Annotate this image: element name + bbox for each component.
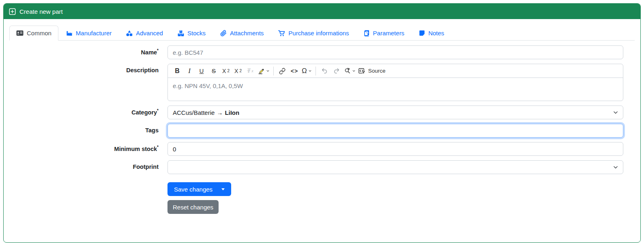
shapes-icon <box>126 30 133 37</box>
name-label: Name* <box>13 45 159 59</box>
shopping-cart-icon <box>278 30 285 37</box>
tab-common[interactable]: Common <box>9 26 58 41</box>
book-atlas-icon <box>364 30 370 37</box>
description-editor-area[interactable]: e.g. NPN 45V, 0,1A, 0,5W <box>168 78 623 101</box>
undo-button[interactable] <box>318 65 331 77</box>
paperclip-icon <box>220 30 227 37</box>
minimum-stock-label: Minimum stock* <box>13 142 159 156</box>
category-arrow: → <box>217 109 223 116</box>
boxes-stacked-icon <box>178 30 184 37</box>
sticky-note-icon <box>419 30 425 36</box>
reset-button[interactable]: Reset changes <box>167 200 219 214</box>
tab-notes[interactable]: Notes <box>412 26 451 41</box>
redo-button[interactable] <box>331 65 343 77</box>
tab-label: Common <box>27 30 52 37</box>
name-row: Name* <box>13 45 623 59</box>
strikethrough-button[interactable]: S <box>208 65 220 77</box>
description-label: Description <box>13 64 159 101</box>
required-mark: * <box>157 108 159 113</box>
factory-icon <box>66 30 73 36</box>
required-mark: * <box>157 48 159 53</box>
footprint-row: Footprint <box>13 160 623 174</box>
inline-code-button[interactable]: <> <box>288 65 301 77</box>
bold-button[interactable]: B <box>171 65 183 77</box>
footprint-label: Footprint <box>13 160 159 174</box>
link-button[interactable] <box>276 65 288 77</box>
remove-format-button[interactable]: Tx <box>244 65 256 77</box>
tab-label: Purchase informations <box>288 30 349 37</box>
reset-row: Reset changes <box>13 200 623 214</box>
save-button[interactable]: Save changes <box>167 182 231 196</box>
highlight-dropdown-button[interactable] <box>256 65 271 77</box>
name-input[interactable] <box>167 45 623 59</box>
tab-label: Parameters <box>373 30 405 37</box>
find-replace-icon <box>344 67 351 74</box>
id-card-icon <box>16 30 24 36</box>
tab-advanced[interactable]: Advanced <box>119 26 170 41</box>
tab-label: Manufacturer <box>76 30 112 37</box>
special-characters-dropdown-button[interactable]: Ω <box>301 65 313 77</box>
superscript-button[interactable]: X2 <box>232 65 244 77</box>
underline-button[interactable]: U <box>195 65 208 77</box>
save-row: Save changes <box>13 182 623 196</box>
tab-label: Notes <box>428 30 444 37</box>
rich-text-editor: B I U S X2 X2 Tx <box>167 64 623 101</box>
tags-input[interactable] <box>167 124 623 138</box>
chevron-down-icon <box>308 69 312 73</box>
tab-parameters[interactable]: Parameters <box>357 26 412 41</box>
category-select[interactable]: ACCus/Batterie → LiIon <box>167 106 623 119</box>
footprint-select[interactable] <box>167 160 623 174</box>
source-button[interactable]: Source <box>357 65 387 77</box>
highlight-marker-icon <box>258 67 265 75</box>
source-code-icon <box>358 67 365 75</box>
find-replace-dropdown-button[interactable] <box>343 65 357 77</box>
tab-purchase-informations[interactable]: Purchase informations <box>271 26 356 41</box>
tab-label: Stocks <box>187 30 206 37</box>
minimum-stock-row: Minimum stock* <box>13 142 623 156</box>
category-label: Category* <box>13 106 159 119</box>
description-row: Description B I U S X2 X2 <box>13 64 623 101</box>
chevron-down-icon <box>352 69 356 73</box>
tab-bar: Common Manufacturer Ad <box>9 26 635 41</box>
category-selected: LiIon <box>225 109 239 116</box>
editor-toolbar: B I U S X2 X2 Tx <box>168 64 623 78</box>
category-path: ACCus/Batterie <box>173 109 215 116</box>
caret-down-icon <box>221 188 225 190</box>
description-placeholder: e.g. NPN 45V, 0,1A, 0,5W <box>173 82 243 89</box>
tab-label: Advanced <box>136 30 163 37</box>
plus-square-icon <box>9 8 16 15</box>
italic-button[interactable]: I <box>183 65 195 77</box>
tab-label: Attachments <box>230 30 264 37</box>
category-row: Category* ACCus/Batterie → LiIon <box>13 106 623 119</box>
minimum-stock-input[interactable] <box>167 142 623 156</box>
create-part-card: Create new part Common <box>3 3 641 243</box>
toolbar-separator <box>316 67 316 75</box>
card-header: Create new part <box>4 4 640 19</box>
tags-label: Tags <box>13 124 159 138</box>
required-mark: * <box>157 145 159 149</box>
tab-attachments[interactable]: Attachments <box>213 26 270 41</box>
toolbar-separator <box>273 67 274 75</box>
tags-row: Tags <box>13 124 623 138</box>
subscript-button[interactable]: X2 <box>220 65 232 77</box>
page-title: Create new part <box>19 8 63 15</box>
tab-manufacturer[interactable]: Manufacturer <box>59 26 118 41</box>
source-label: Source <box>368 68 386 74</box>
tab-stocks[interactable]: Stocks <box>171 26 213 41</box>
chevron-down-icon <box>266 69 270 73</box>
